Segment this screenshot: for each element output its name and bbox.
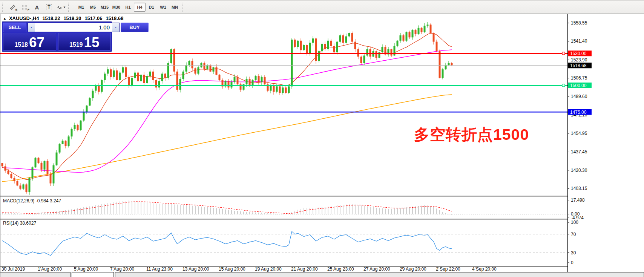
price-line-label: 1475.00 <box>570 110 587 115</box>
time-label: 30 Jul 2019 <box>2 266 25 272</box>
symbol-bar: ▲ XAUUSD-,H4 1518.22 1519.30 1517.06 151… <box>3 15 123 21</box>
time-label: 5 Aug 20:00 <box>74 266 98 272</box>
rsi-axis-label: 100 <box>571 220 578 225</box>
sell-button[interactable]: SELL <box>3 23 26 32</box>
chart-window-tab[interactable] <box>115 272 644 277</box>
time-label: 2 Sep 22:00 <box>436 266 460 272</box>
time-label: 21 Aug 20:00 <box>291 266 318 272</box>
price-tick-label: 1506.75 <box>571 75 587 81</box>
price-tick-label: 1489.60 <box>571 94 587 99</box>
price-line-label: 1500.00 <box>570 83 587 88</box>
time-label: 1 Aug 20:00 <box>38 266 62 272</box>
price-tick-label: 1558.55 <box>571 20 587 26</box>
chart-window-tab-active[interactable] <box>72 272 114 277</box>
one-click-trade-panel: SELL ▼ ▲ BUY 1518 67 1519 15 <box>2 21 112 52</box>
price-line-label: 1518.68 <box>570 63 587 68</box>
ohlc-high: 1519.30 <box>63 15 81 21</box>
time-label: 4 Sep 20:00 <box>472 266 497 272</box>
time-label: 19 Aug 20:00 <box>255 266 282 272</box>
time-label: 15 Aug 20:00 <box>219 266 245 272</box>
price-line-label: 1530.00 <box>570 51 587 56</box>
chart-tab-strip <box>0 272 644 277</box>
rsi-axis-label: 70 <box>571 232 576 237</box>
symbol-name: XAUUSD-,H4 <box>9 15 39 21</box>
volume-decrease-button[interactable]: ▼ <box>28 23 35 32</box>
volume-input[interactable] <box>35 23 112 32</box>
sell-price-big: 67 <box>29 36 44 49</box>
price-tick-label: 1420.30 <box>571 168 587 173</box>
collapse-icon[interactable]: ▲ <box>3 17 6 20</box>
macd-axis-label: 17.498 <box>571 197 585 203</box>
buy-price-button[interactable]: 1519 15 <box>58 33 111 51</box>
rsi-axis-label: 30 <box>571 250 576 256</box>
ohlc-close: 1518.68 <box>106 15 123 21</box>
time-label: 7 Aug 20:00 <box>110 266 134 272</box>
mt4-window: E F A T ▼ M1M5M15M30H1H4D1W1MN 1558.5515… <box>0 0 644 277</box>
price-tick-label: 1523.90 <box>571 57 587 63</box>
time-label: 27 Aug 20:00 <box>363 266 390 272</box>
buy-price-small: 1519 <box>69 41 83 49</box>
price-tick-label: 1403.15 <box>571 186 587 191</box>
sell-price-small: 1518 <box>14 41 28 49</box>
ohlc-open: 1518.22 <box>42 15 60 21</box>
macd-indicator-label: MACD(12,26,9) -0.984 3.247 <box>3 198 61 204</box>
buy-price-big: 15 <box>84 36 99 49</box>
volume-stepper: ▼ ▲ <box>28 23 120 32</box>
price-tick-label: 1541.40 <box>571 38 587 44</box>
volume-increase-button[interactable]: ▲ <box>112 23 119 32</box>
sell-price-button[interactable]: 1518 67 <box>3 33 56 51</box>
time-label: 11 Aug 23:00 <box>146 266 173 272</box>
time-label: 29 Aug 20:00 <box>400 266 426 272</box>
price-tick-label: 1437.45 <box>571 149 587 155</box>
time-label: 13 Aug 20:00 <box>182 266 209 272</box>
buy-button[interactable]: BUY <box>121 23 149 32</box>
chart-window-tab[interactable] <box>0 272 71 277</box>
ohlc-low: 1517.06 <box>84 15 102 21</box>
time-label: 25 Aug 23:00 <box>327 266 354 272</box>
rsi-axis-label: 0 <box>571 260 573 265</box>
rsi-indicator-label: RSI(14) 38.6027 <box>3 220 36 226</box>
chart-annotation-text: 多空转折点1500 <box>414 124 529 145</box>
price-tick-label: 1454.95 <box>571 131 587 136</box>
